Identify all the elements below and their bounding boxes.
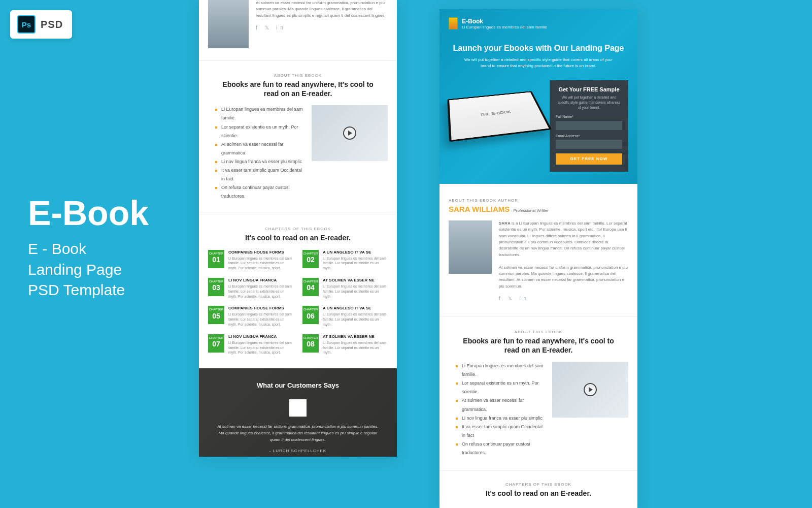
chapter-badge: CHAPTER04 — [302, 278, 319, 296]
about-section-b: ABOUT THIS EBOOK Ebooks are fun to read … — [439, 316, 637, 471]
author-bio-1: SARA is a Li Europan lingues es membres … — [499, 220, 628, 258]
chapters-title: It's cool to read on an E-reader. — [208, 233, 388, 242]
chapter-badge: CHAPTER08 — [302, 334, 319, 353]
chapter-item[interactable]: CHAPTER02 A UN ANGLESO IT VA SELi Europa… — [302, 250, 388, 271]
bullet: It va esser tam simplic quam Occidental … — [215, 166, 306, 183]
play-icon — [343, 126, 356, 140]
chapter-desc: Li Europan lingues es membres del sam fa… — [228, 256, 293, 271]
brand-logo-icon — [449, 17, 458, 29]
photoshop-icon: Ps — [17, 15, 36, 34]
social-icons[interactable]: f 𝕏 in — [256, 24, 388, 32]
chapter-desc: Li Europan lingues es membres del sam fa… — [323, 284, 388, 299]
chapter-desc: Li Europan lingues es membres del sam fa… — [323, 312, 388, 327]
about-video-thumb[interactable] — [312, 105, 388, 161]
chapter-title: AT SOLMEN VA ESSER NE — [323, 278, 388, 282]
about-kicker: ABOUT THIS EBOOK — [199, 73, 397, 78]
author-photo — [208, 0, 249, 48]
psd-label: PSD — [41, 19, 63, 30]
brand-tagline: Li Europan lingues es membres del sam fa… — [462, 25, 547, 29]
chapter-item[interactable]: CHAPTER03 LI NOV LINGUA FRANCALi Europan… — [208, 278, 293, 299]
chapter-desc: Li Europan lingues es membres del sam fa… — [228, 312, 293, 327]
email-input[interactable] — [556, 140, 622, 149]
chapters-section: CHAPTERS OF THIS EBOOK It's cool to read… — [199, 214, 397, 368]
marketing-headline: E-Book E - Book Landing Page PSD Templat… — [28, 193, 149, 301]
form-title: Get Your FREE Sample — [556, 86, 622, 92]
chapter-item[interactable]: CHAPTER04 AT SOLMEN VA ESSER NELi Europa… — [302, 278, 388, 299]
author-name: SARA WILLIAMS - Professional Writter — [449, 205, 628, 213]
bullet: Li nov lingua franca va esser plu simpli… — [456, 414, 546, 423]
chapter-badge: CHAPTER02 — [302, 250, 319, 268]
chapter-title: A UN ANGLESO IT VA SE — [323, 250, 388, 255]
play-icon — [584, 383, 597, 396]
bullet: Li nov lingua franca va esser plu simpli… — [215, 157, 306, 166]
chapter-item[interactable]: CHAPTER05 COMPANIES HOUSE FORMSLi Europa… — [208, 306, 293, 327]
name-label: Full Name* — [556, 115, 622, 118]
chapter-badge: CHAPTER03 — [208, 278, 224, 296]
chapter-badge: CHAPTER05 — [208, 306, 224, 324]
chapter-item[interactable]: CHAPTER06 A UN ANGLESO IT VA SELi Europa… — [302, 306, 388, 327]
bullet: At solmen va esser necessi far grammatic… — [456, 396, 546, 414]
chapters-title: It's cool to read on an E-reader. — [449, 489, 628, 498]
chapter-badge: CHAPTER01 — [208, 250, 224, 268]
chapter-desc: Li Europan lingues es membres del sam fa… — [323, 256, 388, 271]
author-bio-2: At solmen va esser necessi far uniform g… — [499, 265, 628, 290]
about-bullets: Li Europan lingues es membres del sam fa… — [208, 105, 306, 201]
chapter-title: AT SOLMEN VA ESSER NE — [323, 334, 388, 339]
chapter-title: LI NOV LINGUA FRANCA — [228, 334, 293, 339]
testimonial-signature: - LURCH SCHPELLCHEK — [214, 449, 382, 453]
chapter-title: COMPANIES HOUSE FORMS — [228, 250, 293, 255]
bullet: On refusa continuar payar custosi traduc… — [456, 440, 546, 457]
about-bullets: Li Europan lingues es membres del sam fa… — [449, 362, 546, 457]
testimonials-title: What our Customers Says — [214, 382, 382, 389]
about-video-thumb[interactable] — [552, 362, 628, 418]
bullet: Li Europan lingues es membres del sam fa… — [456, 362, 546, 379]
testimonial-avatar — [289, 399, 307, 417]
signup-form: Get Your FREE Sample We will put togethe… — [550, 80, 628, 172]
author-role: - Professional Writter — [510, 208, 549, 213]
about-title: Ebooks are fun to read anywhere, It's co… — [439, 336, 637, 355]
name-input[interactable] — [556, 121, 622, 130]
about-title: Ebooks are fun to read anywhere, It's co… — [199, 80, 397, 98]
submit-button[interactable]: GET FREE NOW — [556, 153, 622, 165]
chapter-title: COMPANIES HOUSE FORMS — [228, 306, 293, 310]
chapter-item[interactable]: CHAPTER08 AT SOLMEN VA ESSER NELi Europa… — [302, 334, 388, 355]
chapter-desc: Li Europan lingues es membres del sam fa… — [228, 284, 293, 299]
chapter-item[interactable]: CHAPTER01 COMPANIES HOUSE FORMSLi Europa… — [208, 250, 293, 271]
about-kicker: ABOUT THIS EBOOK — [439, 330, 637, 334]
hero-section: E-BookLi Europan lingues es membres del … — [439, 9, 637, 184]
ereader-device: THE E-BOOK — [447, 91, 552, 142]
social-icons[interactable]: f 𝕏 in — [499, 295, 628, 303]
author-photo — [449, 220, 492, 274]
chapter-desc: Li Europan lingues es membres del sam fa… — [228, 340, 293, 355]
testimonials-section: What our Customers Says At solmen va ess… — [199, 368, 397, 457]
chapters-section-b: CHAPTERS OF THIS EBOOK It's cool to read… — [439, 471, 637, 498]
bullet: Lor separat existentie es un myth. Por s… — [215, 123, 306, 140]
hero-headline: Launch your Ebooks with Our Landing Page — [449, 44, 628, 53]
author-snippet: At solmen va esser necessi far uniform g… — [199, 0, 397, 61]
chapter-title: A UN ANGLESO IT VA SE — [323, 306, 388, 310]
preview-panel-left: At solmen va esser necessi far uniform g… — [199, 0, 397, 457]
author-bio: At solmen va esser necessi far uniform g… — [256, 0, 388, 19]
chapter-item[interactable]: CHAPTER07 LI NOV LINGUA FRANCALi Europan… — [208, 334, 293, 355]
form-desc: We will put together a detailed and spec… — [556, 95, 622, 110]
headline-title: E-Book — [28, 193, 149, 233]
hero-lead: We will put together a detailed and spec… — [449, 57, 628, 69]
preview-panel-right: E-BookLi Europan lingues es membres del … — [439, 9, 637, 508]
bullet: On refusa continuar payar custosi traduc… — [215, 183, 306, 201]
chapters-kicker: CHAPTERS OF THIS EBOOK — [208, 227, 388, 231]
chapter-title: LI NOV LINGUA FRANCA — [228, 278, 293, 282]
bullet: Li Europan lingues es membres del sam fa… — [215, 105, 306, 122]
chapters-kicker: CHAPTERS OF THIS EBOOK — [449, 482, 628, 487]
bullet: Lor separat existentie es un myth. Por s… — [456, 379, 546, 396]
headline-subtitle: E - Book Landing Page PSD Template — [28, 239, 149, 301]
author-kicker: ABOUT THIS EBOOK AUTHOR — [449, 198, 628, 203]
psd-badge: Ps PSD — [10, 10, 72, 39]
about-section: ABOUT THIS EBOOK Ebooks are fun to read … — [199, 61, 397, 214]
author-section: ABOUT THIS EBOOK AUTHOR SARA WILLIAMS - … — [439, 184, 637, 316]
chapter-badge: CHAPTER07 — [208, 334, 224, 353]
bullet: It va esser tam simplic quam Occidental … — [456, 423, 546, 440]
email-label: Email Address* — [556, 134, 622, 138]
bullet: At solmen va esser necessi far grammatic… — [215, 140, 306, 157]
brand: E-BookLi Europan lingues es membres del … — [449, 17, 628, 29]
chapter-badge: CHAPTER06 — [302, 306, 319, 324]
